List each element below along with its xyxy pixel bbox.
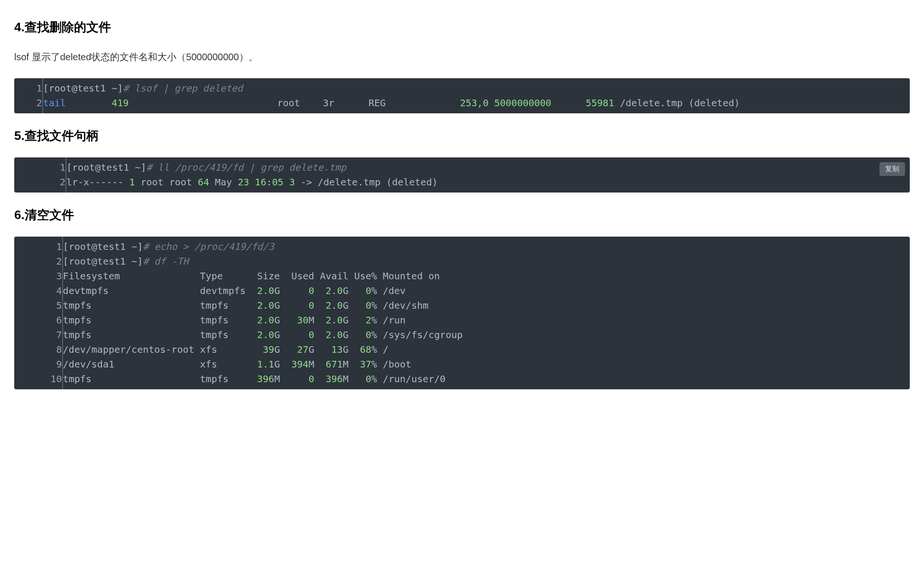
code-line: [root@test1 ~]# ll /proc/419/fd | grep d… xyxy=(66,157,910,175)
code-line: tmpfs tmpfs 2.0G 30M 2.0G 2% /run xyxy=(63,313,910,328)
code-line: tmpfs tmpfs 2.0G 0 2.0G 0% /sys/fs/cgrou… xyxy=(63,328,910,342)
line-number: 2 xyxy=(14,175,66,193)
code-line: [root@test1 ~]# df -TH xyxy=(63,254,910,269)
section-5-heading: 5.查找文件句柄 xyxy=(14,128,910,144)
code-line: [root@test1 ~]# lsof | grep deleted xyxy=(43,78,910,96)
line-number: 2 xyxy=(14,96,43,113)
code-line: [root@test1 ~]# echo > /proc/419/fd/3 xyxy=(63,237,910,254)
copy-button[interactable]: 复制 xyxy=(879,162,905,176)
code-line: /dev/mapper/centos-root xfs 39G 27G 13G … xyxy=(63,342,910,357)
code-line: /dev/sda1 xfs 1.1G 394M 671M 37% /boot xyxy=(63,357,910,372)
line-number: 4 xyxy=(14,284,63,298)
line-number: 1 xyxy=(14,78,43,96)
code-line: tail 419 root 3r REG 253,0 5000000000 55… xyxy=(43,96,910,113)
code-line: Filesystem Type Size Used Avail Use% Mou… xyxy=(63,269,910,284)
line-number: 9 xyxy=(14,357,63,372)
code-line: tmpfs tmpfs 2.0G 0 2.0G 0% /dev/shm xyxy=(63,298,910,313)
line-number: 5 xyxy=(14,298,63,313)
code-line: devtmpfs devtmpfs 2.0G 0 2.0G 0% /dev xyxy=(63,284,910,298)
line-number: 1 xyxy=(14,237,63,254)
line-number: 2 xyxy=(14,254,63,269)
code-line: tmpfs tmpfs 396M 0 396M 0% /run/user/0 xyxy=(63,372,910,389)
section-6-heading: 6.清空文件 xyxy=(14,207,910,223)
line-number: 7 xyxy=(14,328,63,342)
line-number: 10 xyxy=(14,372,63,389)
section-4-paragraph: lsof 显示了deleted状态的文件名和大小（5000000000）。 xyxy=(14,49,910,65)
section-4-heading: 4.查找删除的文件 xyxy=(14,19,910,36)
code-line: lr-x------ 1 root root 64 May 23 16:05 3… xyxy=(66,175,910,193)
line-number: 8 xyxy=(14,342,63,357)
line-number: 1 xyxy=(14,157,66,175)
line-number: 6 xyxy=(14,313,63,328)
line-number: 3 xyxy=(14,269,63,284)
code-block-1: 1[root@test1 ~]# lsof | grep deleted2tai… xyxy=(14,78,910,113)
code-block-3: 1[root@test1 ~]# echo > /proc/419/fd/32[… xyxy=(14,237,910,389)
code-block-2: 1[root@test1 ~]# ll /proc/419/fd | grep … xyxy=(14,157,910,193)
